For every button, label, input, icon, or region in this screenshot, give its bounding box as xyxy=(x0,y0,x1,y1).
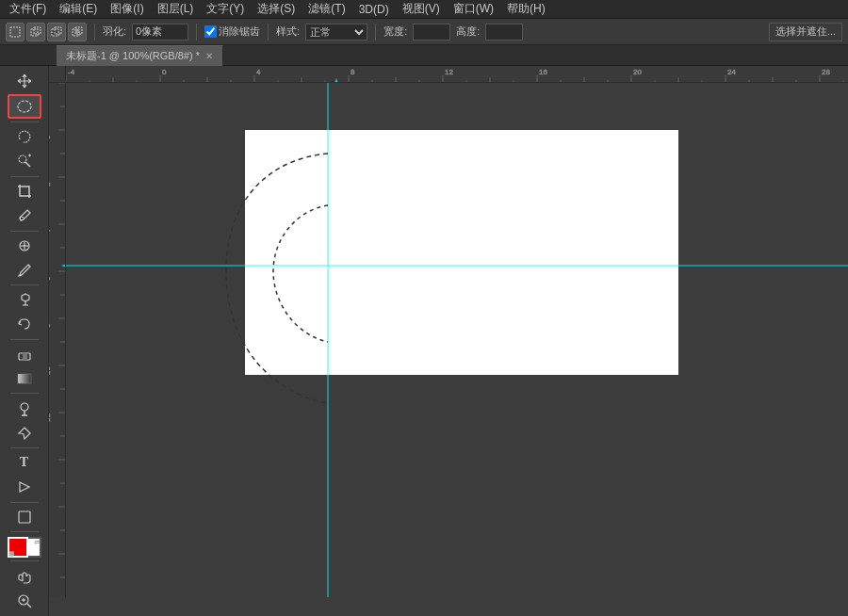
menu-edit[interactable]: 编辑(E) xyxy=(54,0,103,19)
svg-line-27 xyxy=(27,604,31,608)
intersect-selection-btn[interactable] xyxy=(68,23,87,41)
ruler-vertical: 0 2 4 6 8 10 12 xyxy=(49,83,66,597)
tool-quick-select[interactable] xyxy=(8,150,41,173)
feather-input[interactable] xyxy=(132,24,188,41)
tool-pen[interactable] xyxy=(8,421,41,445)
tool-move[interactable] xyxy=(8,70,41,93)
tool-ellipse-select[interactable] xyxy=(8,94,41,119)
svg-rect-7 xyxy=(75,29,79,33)
svg-text:20: 20 xyxy=(633,68,642,76)
menu-filter[interactable]: 滤镜(T) xyxy=(302,0,351,19)
tool-sep-2 xyxy=(10,176,39,177)
menu-layer[interactable]: 图层(L) xyxy=(152,0,200,19)
tool-sep-4 xyxy=(10,284,39,285)
tool-brush[interactable] xyxy=(8,258,41,282)
svg-text:8: 8 xyxy=(351,68,355,76)
svg-text:12: 12 xyxy=(49,413,52,422)
menu-file[interactable]: 文件(F) xyxy=(4,0,52,19)
tool-sep-8 xyxy=(10,502,39,503)
tool-sep-6 xyxy=(10,393,39,394)
svg-text:12: 12 xyxy=(445,68,453,76)
menu-help[interactable]: 帮助(H) xyxy=(501,0,551,19)
svg-text:8: 8 xyxy=(49,323,52,328)
swap-colors-icon[interactable]: ⇄ xyxy=(34,538,41,546)
tool-sep-3 xyxy=(10,231,39,232)
svg-text:6: 6 xyxy=(49,276,52,281)
width-input[interactable] xyxy=(413,24,450,41)
menu-view[interactable]: 视图(V) xyxy=(397,0,446,19)
selection-marquee xyxy=(226,154,328,403)
reset-colors-icon[interactable]: ◼ xyxy=(8,548,17,558)
svg-rect-21 xyxy=(18,374,31,383)
tool-shape[interactable] xyxy=(8,505,41,528)
menu-3d[interactable]: 3D(D) xyxy=(353,1,395,18)
tool-history-brush[interactable] xyxy=(8,313,41,336)
svg-line-10 xyxy=(25,162,30,167)
tab-close-icon[interactable]: ✕ xyxy=(205,51,213,61)
ruler-corner xyxy=(49,66,66,83)
height-label: 高度: xyxy=(456,24,480,39)
svg-text:28: 28 xyxy=(822,68,830,76)
width-label: 宽度: xyxy=(383,24,407,39)
svg-point-8 xyxy=(18,101,31,112)
antialias-label[interactable]: 消除锯齿 xyxy=(204,24,260,39)
selection-mode-group xyxy=(6,23,87,41)
canvas-svg xyxy=(66,83,848,597)
tool-heal[interactable] xyxy=(8,234,41,257)
style-select[interactable]: 正常 固定比例 固定大小 xyxy=(305,24,367,41)
options-bar: 羽化: 消除锯齿 样式: 正常 固定比例 固定大小 宽度: 高度: 选择并遮住.… xyxy=(0,19,848,45)
new-selection-btn[interactable] xyxy=(6,23,24,41)
document-tab[interactable]: 未标题-1 @ 100%(RGB/8#) * ✕ xyxy=(57,45,223,66)
tool-gradient[interactable] xyxy=(8,366,41,390)
antialias-checkbox[interactable] xyxy=(204,25,217,38)
ruler-horizontal: -4 0 4 8 12 16 20 24 28 xyxy=(66,66,848,83)
feather-label: 羽化: xyxy=(103,24,126,39)
subtract-selection-btn[interactable] xyxy=(47,23,66,41)
menu-select[interactable]: 选择(S) xyxy=(252,0,301,19)
tool-zoom[interactable] xyxy=(8,589,41,612)
svg-text:24: 24 xyxy=(727,68,736,76)
separator-3 xyxy=(268,24,269,41)
tool-eyedropper[interactable] xyxy=(8,204,41,228)
svg-rect-0 xyxy=(10,27,20,37)
menu-type[interactable]: 文字(Y) xyxy=(201,0,250,19)
menu-image[interactable]: 图像(I) xyxy=(105,0,149,19)
tool-eraser[interactable] xyxy=(8,343,41,366)
canvas-document[interactable] xyxy=(66,83,848,597)
select-and-mask-btn[interactable]: 选择并遮住... xyxy=(769,23,842,41)
menu-window[interactable]: 窗口(W) xyxy=(448,0,499,19)
svg-text:2: 2 xyxy=(49,182,52,186)
svg-text:0: 0 xyxy=(162,68,167,76)
height-input[interactable] xyxy=(485,24,523,41)
tool-sep-1 xyxy=(10,122,39,122)
separator-1 xyxy=(94,24,95,41)
tool-sep-10 xyxy=(10,560,39,561)
style-label: 样式: xyxy=(276,24,300,39)
tool-type[interactable]: T xyxy=(8,451,41,475)
tool-lasso[interactable] xyxy=(8,125,41,149)
svg-text:4: 4 xyxy=(256,68,261,76)
tool-sep-9 xyxy=(10,531,39,532)
svg-text:-4: -4 xyxy=(68,68,75,76)
svg-text:16: 16 xyxy=(539,68,547,76)
tool-clone[interactable] xyxy=(8,288,41,312)
svg-text:10: 10 xyxy=(49,366,52,375)
svg-point-22 xyxy=(21,403,28,411)
tool-dodge[interactable] xyxy=(8,397,41,420)
separator-2 xyxy=(196,24,197,41)
svg-rect-20 xyxy=(23,353,27,360)
tab-bar: 未标题-1 @ 100%(RGB/8#) * ✕ xyxy=(0,45,848,66)
add-selection-btn[interactable] xyxy=(26,23,45,41)
tool-sep-7 xyxy=(10,447,39,448)
tab-label: 未标题-1 @ 100%(RGB/8#) * xyxy=(66,49,200,63)
tool-crop[interactable] xyxy=(8,180,41,203)
tool-path-select[interactable] xyxy=(8,476,41,499)
canvas-area[interactable]: -4 0 4 8 12 16 20 24 28 xyxy=(49,66,848,616)
color-swatches[interactable]: ⇄ ◼ xyxy=(8,537,41,558)
main-area: T ⇄ ◼ xyxy=(0,66,848,616)
svg-rect-25 xyxy=(19,511,30,523)
tool-hand[interactable] xyxy=(8,564,41,588)
svg-rect-76 xyxy=(49,83,66,597)
svg-point-9 xyxy=(19,155,26,163)
svg-text:4: 4 xyxy=(49,229,52,234)
